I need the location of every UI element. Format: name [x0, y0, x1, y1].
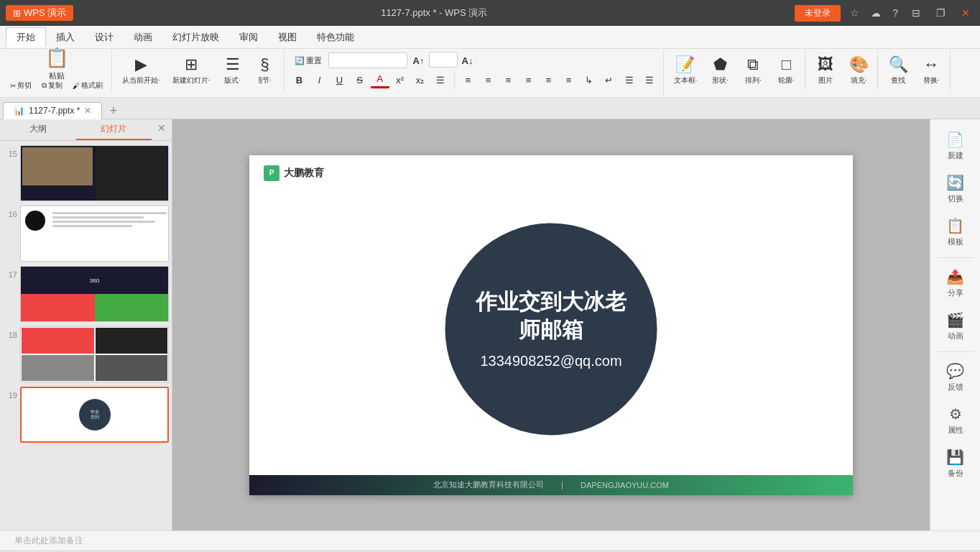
find-button[interactable]: 🔍 查找 [882, 52, 914, 88]
wps-logo-text: WPS 演示 [24, 6, 66, 19]
fill-icon: 🎨 [849, 55, 869, 74]
superscript-button[interactable]: x² [391, 71, 410, 88]
copy-button[interactable]: ⧉ 复制 [37, 79, 67, 92]
slide-thumb-18[interactable] [20, 326, 169, 382]
copy-icon: ⧉ [42, 81, 47, 90]
arrange-button[interactable]: ⧉ 排列· [737, 52, 769, 88]
menu-animation[interactable]: 动画 [124, 28, 162, 47]
circle-email: 1334908252@qq.com [480, 351, 621, 371]
start-from-button[interactable]: ▶ 从当前开始· [116, 52, 166, 88]
distribute-button[interactable]: ≡ [540, 71, 558, 88]
add-tab-button[interactable]: + [103, 104, 123, 119]
wps-logo-icon: ⊞ [13, 8, 21, 19]
fill-button[interactable]: 🎨 填充· [843, 52, 874, 88]
layout-button[interactable]: ☰ 版式· [217, 52, 249, 88]
slide-num-16: 16 [3, 206, 17, 218]
footer-separator: ｜ [558, 479, 566, 490]
slide-canvas[interactable]: P 大鹏教育 作业交到大冰老师邮箱 1334908252@qq.com 北京知途… [249, 155, 853, 495]
menu-start[interactable]: 开始 [6, 27, 46, 47]
share-panel-button[interactable]: 📤 分享 [933, 262, 979, 304]
template-panel-button[interactable]: 📋 模板 [933, 211, 979, 253]
align-center-button[interactable]: ≡ [479, 71, 498, 88]
login-button[interactable]: 未登录 [795, 5, 841, 22]
close-button[interactable]: ✕ [957, 6, 974, 20]
align-right-button[interactable]: ≡ [499, 71, 518, 88]
textbox-button[interactable]: 📝 文本框· [668, 52, 703, 88]
menu-special[interactable]: 特色功能 [307, 28, 364, 47]
annotation-bar[interactable]: 单击此处添加备注 [0, 530, 980, 551]
bold-button[interactable]: B [290, 71, 309, 88]
slide-item-19[interactable]: 19 作业交到 [3, 387, 169, 443]
switch-panel-button[interactable]: 🔄 切换 [933, 168, 979, 210]
thumb18-q4 [95, 354, 169, 382]
star-icon[interactable]: ☆ [850, 7, 859, 19]
slide-thumb-15[interactable] [20, 145, 169, 201]
animation-panel-button[interactable]: 🎬 动画 [933, 305, 979, 347]
minimize-button[interactable]: ⊟ [907, 6, 925, 20]
picture-button[interactable]: 🖼 图片 [810, 52, 841, 88]
new-panel-button[interactable]: 📄 新建 [933, 125, 979, 167]
rename-button[interactable]: 🔄 重置 [290, 54, 326, 68]
slide-thumb-19[interactable]: 作业交到 [20, 387, 169, 443]
titlebar-right: 未登录 ☆ ☁ ? ⊟ ❐ ✕ [795, 5, 974, 22]
tab-document[interactable]: 📊 1127-7.pptx * ✕ [3, 102, 102, 119]
cloud-icon[interactable]: ☁ [871, 7, 881, 19]
panel-tab-outline[interactable]: 大纲 [0, 119, 76, 140]
maximize-button[interactable]: ❐ [932, 6, 950, 20]
menu-insert[interactable]: 插入 [46, 28, 85, 47]
slide-thumb-17[interactable]: 360 [20, 266, 169, 322]
slide-num-18: 18 [3, 326, 17, 339]
menu-review[interactable]: 审阅 [229, 28, 268, 47]
slide-num-19: 19 [3, 387, 17, 400]
replace-button[interactable]: ↔ 替换· [915, 52, 947, 88]
thumb18-q3 [21, 354, 95, 382]
bullet-button[interactable]: ☰ [620, 71, 639, 88]
slide-item-15[interactable]: 15 [3, 145, 169, 201]
indent-out-button[interactable]: ↳ [580, 71, 598, 88]
indent-in-button[interactable]: ↵ [600, 71, 619, 88]
outline-button[interactable]: □ 轮廓· [770, 52, 802, 88]
strikethrough-button[interactable]: S [351, 71, 369, 88]
wps-logo-button[interactable]: ⊞ WPS 演示 [6, 5, 73, 21]
right-panel: 📄 新建 🔄 切换 📋 模板 📤 分享 🎬 动画 💬 反馈 ⚙ 属性 [930, 119, 980, 530]
cut-button[interactable]: ✂ 剪切 [6, 79, 36, 92]
slide-thumb-16[interactable] [20, 206, 169, 262]
shape-button[interactable]: ⬟ 形状· [704, 52, 736, 88]
tab-close-button[interactable]: ✕ [84, 106, 91, 116]
panel-tabs: 大纲 幻灯片 ✕ [0, 119, 172, 141]
template-label: 模板 [948, 236, 963, 247]
line-space-button[interactable]: ≡ [560, 71, 578, 88]
subscript-button[interactable]: x₂ [411, 71, 430, 88]
section-button[interactable]: § §节· [249, 52, 281, 88]
italic-button[interactable]: I [310, 71, 329, 88]
slide-center-circle[interactable]: 作业交到大冰老师邮箱 1334908252@qq.com [445, 223, 657, 435]
clear-format-button[interactable]: ☰ [431, 71, 450, 88]
properties-panel-button[interactable]: ⚙ 属性 [933, 400, 979, 441]
feedback-panel-button[interactable]: 💬 反馈 [933, 356, 979, 398]
align-left-button[interactable]: ≡ [459, 71, 478, 88]
font-color-button[interactable]: A [371, 71, 389, 88]
help-icon[interactable]: ? [892, 7, 898, 19]
menu-design[interactable]: 设计 [85, 28, 124, 47]
decrease-font-button[interactable]: A↓ [458, 52, 477, 69]
paste-button[interactable]: 📋 粘贴 [40, 50, 74, 78]
panel-close-button[interactable]: ✕ [152, 119, 172, 140]
new-slide-button[interactable]: ⊞ 新建幻灯片· [167, 52, 216, 88]
slide-item-16[interactable]: 16 [3, 206, 169, 262]
animation-icon: 🎬 [946, 311, 964, 328]
font-name-input[interactable] [328, 52, 407, 68]
menu-slideshow[interactable]: 幻灯片放映 [162, 28, 229, 47]
menu-view[interactable]: 视图 [268, 28, 307, 47]
increase-font-button[interactable]: A↑ [410, 52, 428, 69]
justify-button[interactable]: ≡ [519, 71, 538, 88]
slide-item-18[interactable]: 18 [3, 326, 169, 382]
backup-panel-button[interactable]: 💾 备份 [933, 443, 979, 484]
underline-button[interactable]: U [330, 71, 349, 88]
font-size-input[interactable] [429, 52, 458, 68]
arrange-icon: ⧉ [747, 55, 759, 74]
numbering-button[interactable]: ☰ [640, 71, 659, 88]
format-paint-button[interactable]: 🖌 格式刷 [68, 79, 107, 92]
slides-list[interactable]: 15 16 [0, 141, 172, 530]
panel-tab-slides[interactable]: 幻灯片 [76, 119, 152, 140]
slide-item-17[interactable]: 17 360 [3, 266, 169, 322]
